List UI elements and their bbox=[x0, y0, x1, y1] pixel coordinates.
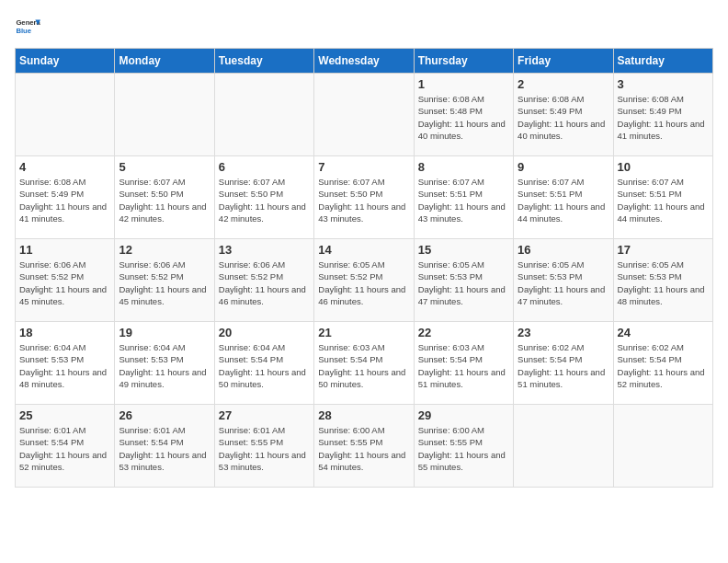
day-number: 12 bbox=[119, 243, 210, 257]
calendar-cell: 27Sunrise: 6:01 AM Sunset: 5:55 PM Dayli… bbox=[214, 405, 313, 488]
day-number: 7 bbox=[318, 160, 409, 174]
day-number: 14 bbox=[318, 243, 409, 257]
day-info: Sunrise: 6:02 AM Sunset: 5:54 PM Dayligh… bbox=[518, 341, 609, 390]
calendar-cell: 4Sunrise: 6:08 AM Sunset: 5:49 PM Daylig… bbox=[16, 156, 115, 239]
day-info: Sunrise: 6:07 AM Sunset: 5:51 PM Dayligh… bbox=[518, 176, 609, 224]
day-number: 4 bbox=[19, 160, 110, 174]
calendar-cell bbox=[514, 405, 613, 488]
calendar-cell: 3Sunrise: 6:08 AM Sunset: 5:49 PM Daylig… bbox=[613, 74, 712, 156]
day-info: Sunrise: 6:06 AM Sunset: 5:52 PM Dayligh… bbox=[19, 259, 110, 307]
day-number: 17 bbox=[618, 243, 709, 257]
day-number: 24 bbox=[618, 326, 709, 339]
day-number: 18 bbox=[19, 326, 110, 339]
col-header-wednesday: Wednesday bbox=[314, 49, 414, 74]
day-number: 23 bbox=[518, 326, 609, 339]
day-info: Sunrise: 6:07 AM Sunset: 5:51 PM Dayligh… bbox=[618, 176, 709, 224]
day-info: Sunrise: 6:04 AM Sunset: 5:53 PM Dayligh… bbox=[19, 341, 110, 390]
day-number: 16 bbox=[518, 243, 609, 257]
calendar-cell: 2Sunrise: 6:08 AM Sunset: 5:49 PM Daylig… bbox=[514, 74, 613, 156]
day-number: 28 bbox=[318, 408, 409, 422]
calendar-cell: 20Sunrise: 6:04 AM Sunset: 5:54 PM Dayli… bbox=[214, 322, 313, 405]
day-info: Sunrise: 6:01 AM Sunset: 5:54 PM Dayligh… bbox=[19, 424, 110, 473]
day-info: Sunrise: 6:03 AM Sunset: 5:54 PM Dayligh… bbox=[318, 341, 409, 390]
day-info: Sunrise: 6:05 AM Sunset: 5:53 PM Dayligh… bbox=[418, 259, 509, 307]
calendar-cell: 23Sunrise: 6:02 AM Sunset: 5:54 PM Dayli… bbox=[514, 322, 613, 405]
day-info: Sunrise: 6:00 AM Sunset: 5:55 PM Dayligh… bbox=[418, 424, 509, 473]
day-info: Sunrise: 6:07 AM Sunset: 5:50 PM Dayligh… bbox=[219, 176, 310, 224]
day-info: Sunrise: 6:05 AM Sunset: 5:52 PM Dayligh… bbox=[318, 259, 409, 307]
day-number: 15 bbox=[418, 243, 509, 257]
calendar-cell bbox=[214, 74, 313, 156]
calendar-table: SundayMondayTuesdayWednesdayThursdayFrid… bbox=[15, 48, 713, 488]
calendar-cell: 8Sunrise: 6:07 AM Sunset: 5:51 PM Daylig… bbox=[414, 156, 513, 239]
calendar-cell: 17Sunrise: 6:05 AM Sunset: 5:53 PM Dayli… bbox=[613, 239, 712, 322]
day-info: Sunrise: 6:01 AM Sunset: 5:54 PM Dayligh… bbox=[119, 424, 210, 473]
day-info: Sunrise: 6:00 AM Sunset: 5:55 PM Dayligh… bbox=[318, 424, 409, 473]
svg-text:Blue: Blue bbox=[16, 27, 31, 35]
col-header-sunday: Sunday bbox=[16, 49, 115, 74]
day-info: Sunrise: 6:04 AM Sunset: 5:53 PM Dayligh… bbox=[119, 341, 210, 390]
calendar-cell: 9Sunrise: 6:07 AM Sunset: 5:51 PM Daylig… bbox=[514, 156, 613, 239]
logo: General Blue bbox=[15, 15, 40, 40]
header: General Blue bbox=[15, 15, 713, 40]
calendar-cell: 16Sunrise: 6:05 AM Sunset: 5:53 PM Dayli… bbox=[514, 239, 613, 322]
calendar-cell: 24Sunrise: 6:02 AM Sunset: 5:54 PM Dayli… bbox=[613, 322, 712, 405]
calendar-cell: 18Sunrise: 6:04 AM Sunset: 5:53 PM Dayli… bbox=[16, 322, 115, 405]
calendar-cell: 29Sunrise: 6:00 AM Sunset: 5:55 PM Dayli… bbox=[414, 405, 513, 488]
day-number: 21 bbox=[318, 326, 409, 339]
day-info: Sunrise: 6:07 AM Sunset: 5:50 PM Dayligh… bbox=[318, 176, 409, 224]
day-info: Sunrise: 6:06 AM Sunset: 5:52 PM Dayligh… bbox=[119, 259, 210, 307]
calendar-cell: 13Sunrise: 6:06 AM Sunset: 5:52 PM Dayli… bbox=[214, 239, 313, 322]
day-number: 1 bbox=[418, 77, 509, 91]
calendar-cell: 25Sunrise: 6:01 AM Sunset: 5:54 PM Dayli… bbox=[16, 405, 115, 488]
day-number: 19 bbox=[119, 326, 210, 339]
day-number: 20 bbox=[219, 326, 310, 339]
col-header-saturday: Saturday bbox=[613, 49, 712, 74]
day-number: 5 bbox=[119, 160, 210, 174]
col-header-monday: Monday bbox=[115, 49, 214, 74]
calendar-cell: 1Sunrise: 6:08 AM Sunset: 5:48 PM Daylig… bbox=[414, 74, 513, 156]
day-info: Sunrise: 6:04 AM Sunset: 5:54 PM Dayligh… bbox=[219, 341, 310, 390]
day-number: 25 bbox=[19, 408, 110, 422]
day-number: 11 bbox=[19, 243, 110, 257]
calendar-cell: 6Sunrise: 6:07 AM Sunset: 5:50 PM Daylig… bbox=[214, 156, 313, 239]
calendar-cell bbox=[16, 74, 115, 156]
day-info: Sunrise: 6:08 AM Sunset: 5:48 PM Dayligh… bbox=[418, 93, 509, 142]
calendar-cell: 15Sunrise: 6:05 AM Sunset: 5:53 PM Dayli… bbox=[414, 239, 513, 322]
day-info: Sunrise: 6:07 AM Sunset: 5:50 PM Dayligh… bbox=[119, 176, 210, 224]
day-number: 26 bbox=[119, 408, 210, 422]
calendar-cell: 10Sunrise: 6:07 AM Sunset: 5:51 PM Dayli… bbox=[613, 156, 712, 239]
day-info: Sunrise: 6:05 AM Sunset: 5:53 PM Dayligh… bbox=[518, 259, 609, 307]
day-number: 13 bbox=[219, 243, 310, 257]
day-info: Sunrise: 6:01 AM Sunset: 5:55 PM Dayligh… bbox=[219, 424, 310, 473]
calendar-cell bbox=[115, 74, 214, 156]
calendar-cell: 12Sunrise: 6:06 AM Sunset: 5:52 PM Dayli… bbox=[115, 239, 214, 322]
calendar-cell: 19Sunrise: 6:04 AM Sunset: 5:53 PM Dayli… bbox=[115, 322, 214, 405]
calendar-cell: 26Sunrise: 6:01 AM Sunset: 5:54 PM Dayli… bbox=[115, 405, 214, 488]
calendar-cell: 7Sunrise: 6:07 AM Sunset: 5:50 PM Daylig… bbox=[314, 156, 414, 239]
day-number: 29 bbox=[418, 408, 509, 422]
calendar-cell bbox=[613, 405, 712, 488]
day-info: Sunrise: 6:08 AM Sunset: 5:49 PM Dayligh… bbox=[618, 93, 709, 142]
day-number: 10 bbox=[618, 160, 709, 174]
calendar-cell: 11Sunrise: 6:06 AM Sunset: 5:52 PM Dayli… bbox=[16, 239, 115, 322]
day-number: 6 bbox=[219, 160, 310, 174]
col-header-tuesday: Tuesday bbox=[214, 49, 313, 74]
calendar-cell: 22Sunrise: 6:03 AM Sunset: 5:54 PM Dayli… bbox=[414, 322, 513, 405]
day-number: 9 bbox=[518, 160, 609, 174]
calendar-cell bbox=[314, 74, 414, 156]
day-number: 27 bbox=[219, 408, 310, 422]
day-info: Sunrise: 6:02 AM Sunset: 5:54 PM Dayligh… bbox=[618, 341, 709, 390]
calendar-cell: 28Sunrise: 6:00 AM Sunset: 5:55 PM Dayli… bbox=[314, 405, 414, 488]
day-number: 2 bbox=[518, 77, 609, 91]
col-header-thursday: Thursday bbox=[414, 49, 513, 74]
day-number: 8 bbox=[418, 160, 509, 174]
day-info: Sunrise: 6:06 AM Sunset: 5:52 PM Dayligh… bbox=[219, 259, 310, 307]
day-info: Sunrise: 6:03 AM Sunset: 5:54 PM Dayligh… bbox=[418, 341, 509, 390]
day-info: Sunrise: 6:05 AM Sunset: 5:53 PM Dayligh… bbox=[618, 259, 709, 307]
logo-icon: General Blue bbox=[15, 15, 40, 40]
calendar-cell: 14Sunrise: 6:05 AM Sunset: 5:52 PM Dayli… bbox=[314, 239, 414, 322]
day-number: 3 bbox=[618, 77, 709, 91]
day-info: Sunrise: 6:08 AM Sunset: 5:49 PM Dayligh… bbox=[19, 176, 110, 224]
day-info: Sunrise: 6:07 AM Sunset: 5:51 PM Dayligh… bbox=[418, 176, 509, 224]
